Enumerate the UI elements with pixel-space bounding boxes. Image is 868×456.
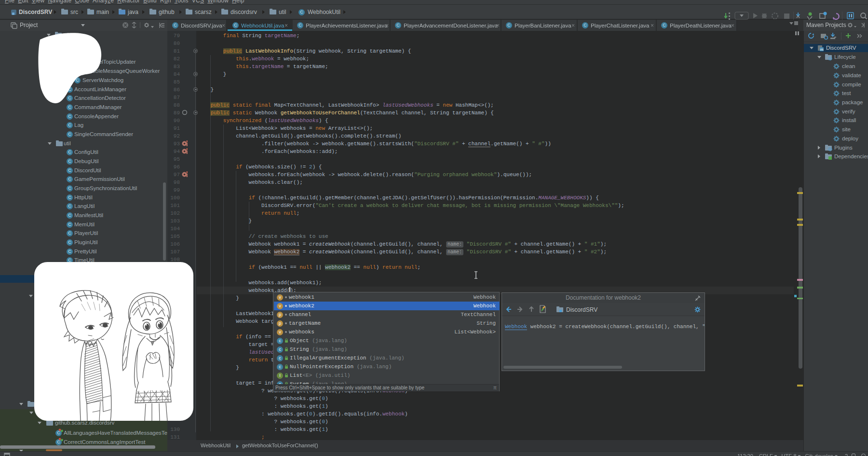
svg-text:m: m: [820, 47, 824, 51]
